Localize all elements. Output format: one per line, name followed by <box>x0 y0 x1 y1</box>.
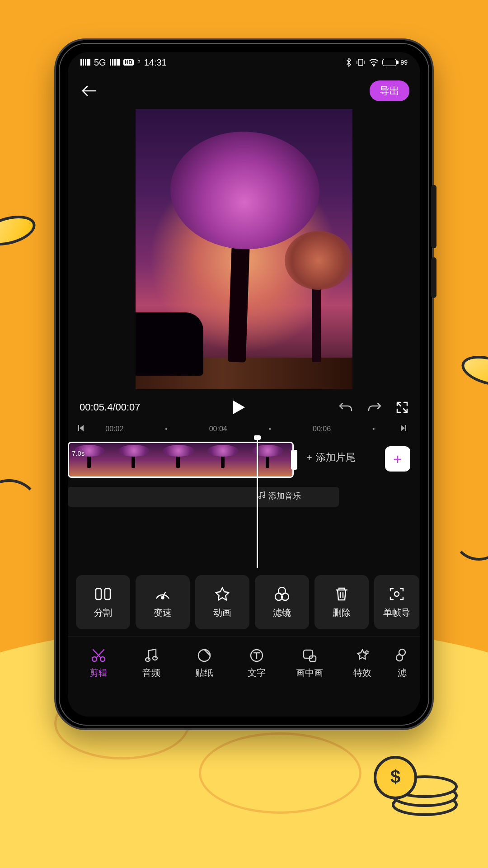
music-icon <box>258 491 266 501</box>
status-time: 14:31 <box>144 57 167 68</box>
nav-label: 剪辑 <box>89 667 108 679</box>
svg-point-18 <box>145 658 150 661</box>
nav-edit[interactable]: 剪辑 <box>72 648 125 679</box>
redo-button[interactable] <box>367 401 382 413</box>
svg-point-1 <box>393 786 456 806</box>
tool-delete[interactable]: 删除 <box>314 575 369 629</box>
ruler-dot: • <box>141 425 192 433</box>
coin-decoration <box>458 350 488 391</box>
ruler-tick: 00:06 <box>296 425 348 433</box>
ruler-dot: • <box>347 425 399 433</box>
nav-filter[interactable]: 滤 <box>389 648 416 679</box>
preview-image[interactable] <box>136 109 352 389</box>
player-bar: 00:05.4/00:07 <box>68 394 420 421</box>
add-music-label: 添加音乐 <box>268 491 301 501</box>
tool-animation[interactable]: 动画 <box>195 575 249 629</box>
svg-point-15 <box>394 592 399 596</box>
nav-label: 贴纸 <box>195 667 213 679</box>
tool-frame-export[interactable]: 单帧导 <box>374 575 419 629</box>
add-music-button[interactable]: 添加音乐 <box>258 491 301 501</box>
playhead[interactable] <box>257 437 258 568</box>
preview-area <box>68 109 420 394</box>
total-time: 00:07 <box>116 401 141 413</box>
clip-duration: 7.0s <box>72 449 84 457</box>
coin-decoration <box>0 210 39 250</box>
tool-label: 变速 <box>154 607 172 619</box>
plus-icon: + <box>306 452 312 463</box>
video-clip[interactable]: 7.0s <box>68 442 294 478</box>
curl-decoration <box>452 506 488 561</box>
coin-stack-decoration: $ <box>371 741 470 841</box>
svg-point-0 <box>393 795 456 815</box>
svg-point-6 <box>373 65 374 66</box>
screen: 5G HD 2 14:31 99 导出 <box>68 52 420 717</box>
bottom-nav: 剪辑 音频 贴纸 文字 画中画 特效 <box>68 636 420 690</box>
wifi-icon <box>369 58 379 66</box>
tool-label: 滤镜 <box>273 607 291 619</box>
fullscreen-button[interactable] <box>396 401 408 414</box>
jump-start-icon[interactable] <box>77 424 89 434</box>
tool-label: 单帧导 <box>383 607 410 619</box>
ruler-tick: 00:04 <box>192 425 244 433</box>
svg-point-11 <box>162 596 164 599</box>
svg-rect-5 <box>358 59 363 66</box>
nav-pip[interactable]: 画中画 <box>283 648 336 679</box>
jump-end-icon[interactable] <box>399 424 411 434</box>
ruler-tick: 00:02 <box>89 425 141 433</box>
svg-point-7 <box>259 496 261 498</box>
current-time: 00:05.4 <box>80 401 113 413</box>
tool-row: 分割 变速 动画 滤镜 删除 单帧导 <box>68 568 420 636</box>
svg-point-19 <box>153 656 157 660</box>
tool-speed[interactable]: 变速 <box>136 575 190 629</box>
add-ending-label: 添加片尾 <box>316 451 356 464</box>
ruler-dot: • <box>244 425 296 433</box>
timeline-ruler[interactable]: 00:02 • 00:04 • 00:06 • <box>68 421 420 437</box>
phone-frame: 5G HD 2 14:31 99 导出 <box>54 38 434 730</box>
nav-text[interactable]: 文字 <box>230 648 283 679</box>
network-type: 5G <box>94 57 106 68</box>
tool-split[interactable]: 分割 <box>76 575 130 629</box>
undo-button[interactable] <box>338 401 353 413</box>
ground-circle <box>199 732 361 814</box>
export-button[interactable]: 导出 <box>370 80 409 101</box>
tool-label: 删除 <box>333 607 351 619</box>
back-button[interactable] <box>79 81 99 101</box>
nav-fx[interactable]: 特效 <box>336 648 389 679</box>
play-button[interactable] <box>141 400 338 415</box>
nav-sticker[interactable]: 贴纸 <box>178 648 230 679</box>
tool-label: 动画 <box>213 607 231 619</box>
tool-filter[interactable]: 滤镜 <box>255 575 309 629</box>
bluetooth-icon <box>345 58 352 67</box>
header: 导出 <box>68 73 420 109</box>
status-bar: 5G HD 2 14:31 99 <box>68 52 420 73</box>
svg-text:$: $ <box>390 767 400 787</box>
nav-label: 文字 <box>248 667 266 679</box>
svg-point-8 <box>263 495 265 497</box>
svg-point-2 <box>393 777 456 797</box>
add-clip-button[interactable]: + <box>385 446 410 472</box>
nav-label: 画中画 <box>296 667 323 679</box>
nav-audio[interactable]: 音频 <box>125 648 178 679</box>
side-button <box>431 257 436 298</box>
tool-label: 分割 <box>94 607 112 619</box>
svg-rect-9 <box>96 589 101 599</box>
vibrate-icon <box>356 58 365 66</box>
timeline[interactable]: 7.0s + 添加片尾 + 添加音乐 <box>68 437 420 568</box>
curl-decoration <box>0 479 41 542</box>
nav-label: 滤 <box>398 667 407 679</box>
svg-rect-10 <box>105 589 110 599</box>
svg-point-25 <box>396 655 403 661</box>
battery-level: 99 <box>400 59 408 66</box>
hd-badge: HD <box>123 59 134 66</box>
nav-label: 特效 <box>353 667 371 679</box>
clip-end-handle[interactable] <box>291 450 297 470</box>
nav-label: 音频 <box>142 667 160 679</box>
time-display: 00:05.4/00:07 <box>80 401 141 413</box>
add-ending-button[interactable]: + 添加片尾 <box>306 451 356 464</box>
side-button <box>431 185 436 248</box>
battery-icon <box>382 59 397 66</box>
hd-sub: 2 <box>137 59 141 66</box>
svg-rect-22 <box>304 650 313 658</box>
signal-icon <box>110 59 120 66</box>
svg-point-3 <box>375 757 416 798</box>
